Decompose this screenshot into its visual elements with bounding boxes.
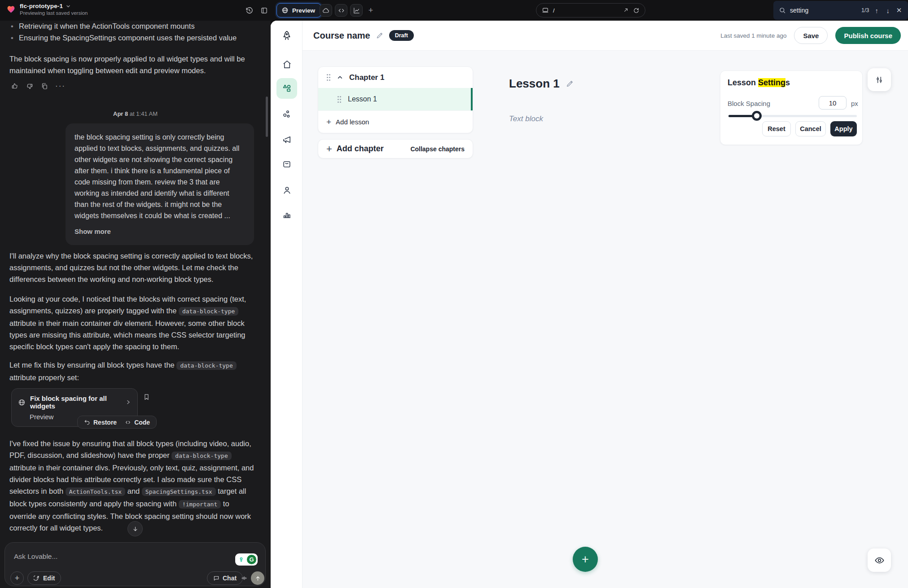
thumbs-down-icon[interactable]	[26, 82, 34, 90]
bag-icon	[282, 159, 292, 169]
code-button[interactable]: Code	[125, 419, 150, 426]
chapter-header[interactable]: Chapter 1	[318, 67, 473, 88]
arrow-up-icon	[254, 575, 261, 582]
timestamp-date: Apr 8	[113, 110, 128, 117]
code-icon	[338, 7, 345, 14]
collapse-chapters-button[interactable]: Collapse chapters	[410, 145, 465, 153]
drag-handle-icon[interactable]	[337, 96, 342, 103]
assistant-paragraph: Looking at your code, I noticed that the…	[9, 293, 254, 352]
project-name: flc-prototype-1	[20, 3, 63, 9]
user-message-text: the block spacing setting is only correc…	[75, 132, 245, 221]
chat-input-box[interactable]: Ask Lovable... G + Edit Chat	[4, 542, 266, 586]
search-icon	[779, 7, 786, 14]
inline-code-chip: !important	[179, 500, 221, 509]
code-icon	[125, 419, 131, 426]
refresh-icon[interactable]	[633, 7, 640, 14]
globe-icon	[18, 399, 26, 406]
apply-button[interactable]: Apply	[830, 121, 857, 136]
timestamp-time: at 1:41 AM	[128, 110, 158, 117]
sidebar-item-orders[interactable]	[276, 154, 297, 175]
thumbs-up-icon[interactable]	[11, 82, 19, 90]
user-message-bubble: the block spacing setting is only correc…	[66, 123, 254, 245]
chevron-right-icon	[126, 399, 131, 405]
plus-icon: +	[368, 6, 373, 14]
cloud-deploy-button[interactable]	[320, 4, 332, 17]
search-input[interactable]	[790, 7, 857, 14]
add-lesson-button[interactable]: + Add lesson	[318, 110, 473, 133]
cloud-icon	[322, 7, 330, 14]
slider-thumb[interactable]	[752, 111, 762, 121]
restore-button[interactable]: Restore	[84, 419, 117, 426]
code-view-button[interactable]	[335, 4, 347, 17]
chevron-up-icon[interactable]	[337, 75, 343, 80]
reset-button[interactable]: Reset	[762, 121, 791, 136]
find-bar: 1/3 ↑ ↓ ✕	[773, 1, 908, 20]
voice-input-button[interactable]	[237, 571, 251, 585]
edit-mode-button[interactable]: Edit	[27, 571, 61, 585]
project-menu[interactable]: flc-prototype-1 Previewing last saved ve…	[6, 3, 88, 16]
drag-handle-icon[interactable]	[326, 74, 331, 81]
block-spacing-slider[interactable]	[728, 115, 857, 117]
panel-toggle-button[interactable]	[258, 4, 270, 17]
sidebar-item-profile[interactable]	[276, 180, 297, 200]
edit-pencil-icon[interactable]	[566, 79, 574, 88]
add-tab-button[interactable]: +	[364, 4, 377, 17]
search-match-count: 1/3	[861, 7, 869, 13]
settings-sliders-button[interactable]	[868, 68, 891, 91]
chat-input-placeholder: Ask Lovable...	[14, 553, 57, 561]
block-spacing-unit: px	[851, 100, 858, 107]
grammarly-widget[interactable]: G	[235, 553, 258, 566]
rail-logo	[276, 25, 297, 46]
speech-bubble-icon	[213, 575, 219, 581]
preview-button[interactable]: Preview	[276, 3, 321, 18]
title-pre: Lesson	[728, 78, 758, 87]
scroll-to-bottom-button[interactable]	[127, 521, 143, 536]
save-button[interactable]: Save	[794, 27, 828, 44]
app-preview: Course name Draft Last saved 1 minute ag…	[271, 21, 908, 588]
attach-button[interactable]: +	[10, 571, 24, 585]
add-block-fab[interactable]: +	[573, 547, 598, 572]
search-prev-button[interactable]: ↑	[873, 7, 880, 14]
title-post: s	[785, 78, 790, 87]
open-external-icon[interactable]	[623, 7, 629, 13]
inline-code-chip: SpacingSettings.tsx	[142, 487, 216, 496]
bar-chart-icon	[282, 210, 292, 219]
chapter-card: Chapter 1 Lesson 1 + Add lesson	[318, 66, 473, 133]
sidebar-item-marketing[interactable]	[276, 129, 297, 150]
send-button[interactable]	[251, 571, 264, 585]
bookmark-icon[interactable]	[143, 393, 150, 401]
settings-panel-title: Lesson Settings	[728, 78, 855, 88]
sidebar-item-analytics[interactable]	[276, 204, 297, 225]
search-close-button[interactable]: ✕	[895, 6, 903, 14]
more-options-icon[interactable]: ···	[55, 82, 66, 91]
sidebar-item-community[interactable]	[276, 104, 297, 124]
preview-eye-button[interactable]	[868, 549, 891, 572]
text-block-placeholder[interactable]: Text block	[509, 114, 543, 123]
edit-pencil-icon[interactable]	[376, 31, 384, 39]
history-button[interactable]	[243, 4, 255, 17]
sidebar-item-home[interactable]	[276, 54, 297, 75]
url-bar[interactable]: /	[536, 3, 645, 18]
search-next-button[interactable]: ↓	[884, 7, 891, 14]
course-name: Course name	[313, 31, 370, 41]
analytics-button[interactable]	[350, 4, 363, 17]
chapter-title: Chapter 1	[349, 73, 384, 82]
arrow-down-icon	[132, 526, 139, 532]
home-icon	[282, 59, 292, 70]
sidebar-item-courses[interactable]	[276, 78, 297, 99]
undo-icon	[84, 419, 90, 426]
project-status: Previewing last saved version	[20, 10, 88, 16]
cancel-button[interactable]: Cancel	[795, 121, 826, 136]
voice-wave-icon	[241, 575, 248, 582]
assistant-paragraph: I'll analyze why the block spacing setti…	[9, 250, 254, 285]
lesson-item-label: Lesson 1	[348, 95, 377, 103]
show-more-link[interactable]: Show more	[75, 226, 245, 237]
block-spacing-input[interactable]	[819, 96, 847, 110]
bullet-list: Retrieving it when the ActionTools compo…	[0, 21, 254, 44]
copy-icon[interactable]	[40, 82, 48, 90]
add-chapter-button[interactable]: Add chapter	[337, 144, 411, 154]
edit-select-icon	[34, 575, 40, 581]
last-saved-text: Last saved 1 minute ago	[720, 32, 786, 39]
publish-course-button[interactable]: Publish course	[835, 27, 901, 44]
lesson-row[interactable]: Lesson 1	[318, 88, 473, 110]
